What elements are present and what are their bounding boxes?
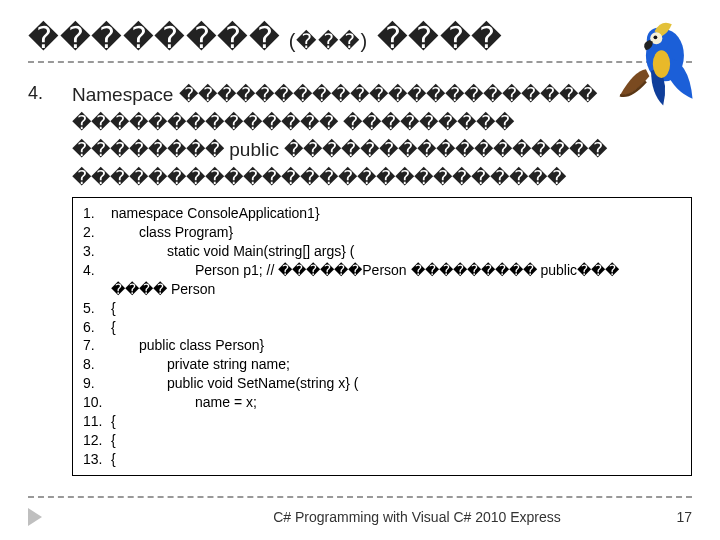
- page-number: 17: [652, 509, 692, 525]
- svg-point-3: [654, 35, 658, 39]
- code-box: namespace ConsoleApplication1} class Pro…: [72, 197, 692, 475]
- code-line: Person p1; // ������Person ��������� pub…: [83, 261, 681, 299]
- code-frag: ���������: [407, 262, 541, 278]
- code-text: public class Person}: [139, 336, 681, 355]
- code-line: class Program}: [83, 223, 681, 242]
- para-line-2: �������������� ���������: [72, 109, 692, 137]
- code-text: namespace ConsoleApplication1}: [111, 204, 681, 223]
- divider-bottom: [28, 496, 692, 498]
- code-text: {: [111, 318, 681, 337]
- body: 4. Namespace ���������������������� ����…: [28, 81, 692, 191]
- code-line: {: [83, 318, 681, 337]
- code-line: {: [83, 299, 681, 318]
- code-line: static void Main(string[] args} (: [83, 242, 681, 261]
- code-line: public class Person}: [83, 336, 681, 355]
- code-text: {: [111, 412, 681, 431]
- page-title: �������� (���) ����: [28, 20, 503, 55]
- code-text: static void Main(string[] args} (: [167, 242, 681, 261]
- code-line: namespace ConsoleApplication1}: [83, 204, 681, 223]
- code-line: public void SetName(string x} (: [83, 374, 681, 393]
- code-text: {: [111, 299, 681, 318]
- svg-point-4: [653, 50, 670, 78]
- code-text: Person p1; // ������Person ��������� pub…: [195, 261, 681, 280]
- para-line-3a: ��������: [72, 139, 229, 160]
- code-line: {: [83, 431, 681, 450]
- code-line: private string name;: [83, 355, 681, 374]
- footer-text: C# Programming with Visual C# 2010 Expre…: [42, 509, 652, 525]
- public-keyword: public: [229, 139, 284, 160]
- play-icon: [28, 508, 42, 526]
- title-main: ��������: [28, 21, 280, 54]
- code-frag: ���: [577, 262, 619, 278]
- code-text: class Program}: [139, 223, 681, 242]
- slide: �������� (���) ���� 4. Namespace �������…: [0, 0, 720, 540]
- code-frag: Person: [171, 281, 215, 297]
- para-line-1-rest: ����������������������: [179, 84, 597, 105]
- paragraph: Namespace ���������������������� �������…: [72, 81, 692, 191]
- code-line: {: [83, 412, 681, 431]
- code-line: name = x;: [83, 393, 681, 412]
- code-frag: Person: [362, 262, 406, 278]
- code-text: private string name;: [167, 355, 681, 374]
- code-frag: public: [540, 262, 577, 278]
- code-text: {: [111, 450, 681, 469]
- parrot-image: [614, 14, 702, 109]
- para-line-4: ��������������������������: [72, 164, 692, 192]
- divider-top: [28, 61, 692, 63]
- code-text: public void SetName(string x} (: [167, 374, 681, 393]
- title-sub: (���): [289, 30, 368, 52]
- code-text: {: [111, 431, 681, 450]
- para-line-3: �������� public �����������������: [72, 136, 692, 164]
- code-frag: Person p1; // ������: [195, 262, 362, 278]
- code-list: namespace ConsoleApplication1} class Pro…: [83, 204, 681, 468]
- code-frag: ����: [111, 281, 167, 297]
- title-tail: ����: [377, 21, 503, 54]
- code-line: {: [83, 450, 681, 469]
- list-number: 4.: [28, 81, 56, 191]
- code-text: ���� Person: [111, 280, 681, 299]
- footer: C# Programming with Visual C# 2010 Expre…: [28, 508, 692, 526]
- namespace-label: Namespace: [72, 84, 179, 105]
- para-line-3b: �����������������: [284, 139, 607, 160]
- code-text: name = x;: [195, 393, 681, 412]
- para-line-1: Namespace ����������������������: [72, 81, 692, 109]
- divider-bottom-wrap: [28, 496, 692, 498]
- title-row: �������� (���) ����: [28, 20, 692, 55]
